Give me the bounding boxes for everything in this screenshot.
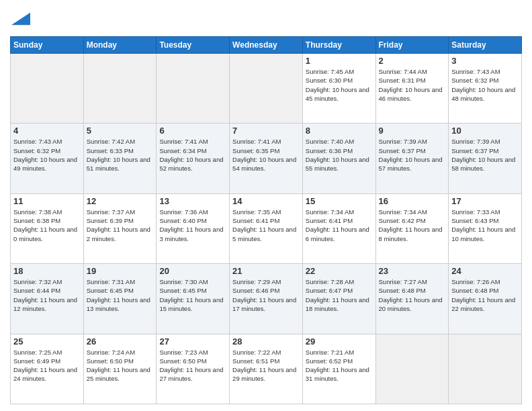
- calendar-body: 1Sunrise: 7:45 AM Sunset: 6:30 PM Daylig…: [11, 54, 522, 404]
- day-number: 6: [159, 126, 226, 136]
- day-header-thursday: Thursday: [302, 37, 375, 54]
- day-number: 23: [379, 266, 446, 276]
- logo: [10, 9, 30, 31]
- day-info: Sunrise: 7:44 AM Sunset: 6:31 PM Dayligh…: [379, 67, 446, 103]
- calendar: SundayMondayTuesdayWednesdayThursdayFrid…: [10, 36, 522, 404]
- day-number: 9: [379, 126, 446, 136]
- calendar-cell: 23Sunrise: 7:27 AM Sunset: 6:48 PM Dayli…: [375, 264, 449, 334]
- day-header-friday: Friday: [375, 37, 449, 54]
- calendar-cell: 28Sunrise: 7:22 AM Sunset: 6:51 PM Dayli…: [230, 334, 303, 404]
- calendar-cell: 8Sunrise: 7:40 AM Sunset: 6:36 PM Daylig…: [302, 124, 375, 193]
- day-number: 2: [379, 56, 446, 66]
- calendar-cell: 11Sunrise: 7:38 AM Sunset: 6:38 PM Dayli…: [11, 193, 84, 263]
- day-number: 19: [87, 266, 154, 276]
- calendar-cell: 12Sunrise: 7:37 AM Sunset: 6:39 PM Dayli…: [83, 193, 157, 263]
- header: [10, 7, 522, 31]
- day-info: Sunrise: 7:40 AM Sunset: 6:36 PM Dayligh…: [306, 137, 373, 173]
- day-info: Sunrise: 7:41 AM Sunset: 6:35 PM Dayligh…: [232, 137, 300, 173]
- day-info: Sunrise: 7:39 AM Sunset: 6:37 PM Dayligh…: [379, 137, 446, 173]
- calendar-cell: 15Sunrise: 7:34 AM Sunset: 6:41 PM Dayli…: [302, 193, 375, 263]
- day-info: Sunrise: 7:22 AM Sunset: 6:51 PM Dayligh…: [232, 348, 300, 383]
- day-number: 18: [13, 266, 81, 276]
- day-number: 14: [232, 196, 300, 206]
- day-info: Sunrise: 7:26 AM Sunset: 6:48 PM Dayligh…: [451, 277, 519, 313]
- calendar-cell: 4Sunrise: 7:43 AM Sunset: 6:32 PM Daylig…: [11, 124, 84, 193]
- day-info: Sunrise: 7:45 AM Sunset: 6:30 PM Dayligh…: [306, 67, 373, 103]
- week-row-3: 18Sunrise: 7:32 AM Sunset: 6:44 PM Dayli…: [11, 264, 522, 334]
- calendar-cell: 21Sunrise: 7:29 AM Sunset: 6:46 PM Dayli…: [230, 264, 303, 334]
- day-header-sunday: Sunday: [11, 37, 84, 54]
- calendar-cell: 1Sunrise: 7:45 AM Sunset: 6:30 PM Daylig…: [302, 54, 375, 124]
- day-header-tuesday: Tuesday: [157, 37, 230, 54]
- day-number: 11: [13, 196, 81, 206]
- day-info: Sunrise: 7:23 AM Sunset: 6:50 PM Dayligh…: [159, 348, 226, 383]
- day-header-wednesday: Wednesday: [230, 37, 303, 54]
- calendar-cell: [230, 54, 303, 124]
- week-row-1: 4Sunrise: 7:43 AM Sunset: 6:32 PM Daylig…: [11, 124, 522, 193]
- day-number: 25: [13, 336, 81, 347]
- calendar-cell: 10Sunrise: 7:39 AM Sunset: 6:37 PM Dayli…: [449, 124, 522, 193]
- calendar-cell: 29Sunrise: 7:21 AM Sunset: 6:52 PM Dayli…: [302, 334, 375, 404]
- calendar-cell: 2Sunrise: 7:44 AM Sunset: 6:31 PM Daylig…: [375, 54, 449, 124]
- day-info: Sunrise: 7:37 AM Sunset: 6:39 PM Dayligh…: [87, 208, 154, 243]
- day-info: Sunrise: 7:30 AM Sunset: 6:45 PM Dayligh…: [159, 277, 226, 313]
- day-number: 16: [379, 196, 446, 206]
- day-number: 1: [306, 56, 373, 66]
- day-number: 7: [232, 126, 300, 136]
- week-row-0: 1Sunrise: 7:45 AM Sunset: 6:30 PM Daylig…: [11, 54, 522, 124]
- day-info: Sunrise: 7:34 AM Sunset: 6:42 PM Dayligh…: [379, 208, 446, 243]
- day-info: Sunrise: 7:38 AM Sunset: 6:38 PM Dayligh…: [13, 208, 81, 243]
- svg-marker-0: [11, 13, 30, 26]
- header-row: SundayMondayTuesdayWednesdayThursdayFrid…: [11, 37, 522, 54]
- calendar-cell: 14Sunrise: 7:35 AM Sunset: 6:41 PM Dayli…: [230, 193, 303, 263]
- day-info: Sunrise: 7:24 AM Sunset: 6:50 PM Dayligh…: [87, 348, 154, 383]
- day-info: Sunrise: 7:35 AM Sunset: 6:41 PM Dayligh…: [232, 208, 300, 243]
- day-number: 12: [87, 196, 154, 206]
- day-number: 29: [306, 336, 373, 347]
- calendar-cell: [11, 54, 84, 124]
- logo-icon: [11, 9, 30, 28]
- calendar-cell: 27Sunrise: 7:23 AM Sunset: 6:50 PM Dayli…: [157, 334, 230, 404]
- day-info: Sunrise: 7:43 AM Sunset: 6:32 PM Dayligh…: [13, 137, 81, 173]
- calendar-cell: 24Sunrise: 7:26 AM Sunset: 6:48 PM Dayli…: [449, 264, 522, 334]
- day-info: Sunrise: 7:29 AM Sunset: 6:46 PM Dayligh…: [232, 277, 300, 313]
- week-row-2: 11Sunrise: 7:38 AM Sunset: 6:38 PM Dayli…: [11, 193, 522, 263]
- day-number: 13: [159, 196, 226, 206]
- calendar-cell: 20Sunrise: 7:30 AM Sunset: 6:45 PM Dayli…: [157, 264, 230, 334]
- day-number: 4: [13, 126, 81, 136]
- week-row-4: 25Sunrise: 7:25 AM Sunset: 6:49 PM Dayli…: [11, 334, 522, 404]
- day-header-saturday: Saturday: [449, 37, 522, 54]
- day-info: Sunrise: 7:25 AM Sunset: 6:49 PM Dayligh…: [13, 348, 81, 383]
- day-number: 21: [232, 266, 300, 276]
- calendar-cell: 6Sunrise: 7:41 AM Sunset: 6:34 PM Daylig…: [157, 124, 230, 193]
- day-number: 3: [451, 56, 519, 66]
- day-number: 8: [306, 126, 373, 136]
- day-info: Sunrise: 7:21 AM Sunset: 6:52 PM Dayligh…: [306, 348, 373, 383]
- calendar-cell: 25Sunrise: 7:25 AM Sunset: 6:49 PM Dayli…: [11, 334, 84, 404]
- day-number: 22: [306, 266, 373, 276]
- day-info: Sunrise: 7:42 AM Sunset: 6:33 PM Dayligh…: [87, 137, 154, 173]
- calendar-cell: 26Sunrise: 7:24 AM Sunset: 6:50 PM Dayli…: [83, 334, 157, 404]
- calendar-header: SundayMondayTuesdayWednesdayThursdayFrid…: [11, 37, 522, 54]
- day-number: 28: [232, 336, 300, 347]
- calendar-cell: [83, 54, 157, 124]
- day-info: Sunrise: 7:33 AM Sunset: 6:43 PM Dayligh…: [451, 208, 519, 243]
- calendar-cell: [157, 54, 230, 124]
- calendar-cell: 13Sunrise: 7:36 AM Sunset: 6:40 PM Dayli…: [157, 193, 230, 263]
- calendar-cell: 5Sunrise: 7:42 AM Sunset: 6:33 PM Daylig…: [83, 124, 157, 193]
- calendar-cell: [375, 334, 449, 404]
- day-info: Sunrise: 7:34 AM Sunset: 6:41 PM Dayligh…: [306, 208, 373, 243]
- calendar-cell: 22Sunrise: 7:28 AM Sunset: 6:47 PM Dayli…: [302, 264, 375, 334]
- day-number: 10: [451, 126, 519, 136]
- day-info: Sunrise: 7:39 AM Sunset: 6:37 PM Dayligh…: [451, 137, 519, 173]
- calendar-cell: 19Sunrise: 7:31 AM Sunset: 6:45 PM Dayli…: [83, 264, 157, 334]
- calendar-cell: 18Sunrise: 7:32 AM Sunset: 6:44 PM Dayli…: [11, 264, 84, 334]
- page: SundayMondayTuesdayWednesdayThursdayFrid…: [0, 0, 532, 411]
- day-info: Sunrise: 7:32 AM Sunset: 6:44 PM Dayligh…: [13, 277, 81, 313]
- day-number: 24: [451, 266, 519, 276]
- day-info: Sunrise: 7:31 AM Sunset: 6:45 PM Dayligh…: [87, 277, 154, 313]
- calendar-cell: 3Sunrise: 7:43 AM Sunset: 6:32 PM Daylig…: [449, 54, 522, 124]
- day-number: 27: [159, 336, 226, 347]
- day-header-monday: Monday: [83, 37, 157, 54]
- day-info: Sunrise: 7:43 AM Sunset: 6:32 PM Dayligh…: [451, 67, 519, 103]
